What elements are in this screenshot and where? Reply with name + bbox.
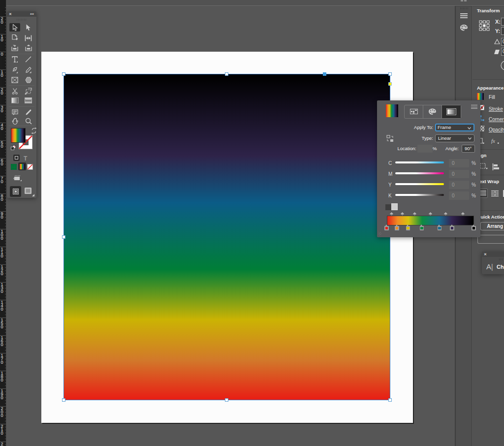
svg-text:fx: fx	[491, 138, 495, 144]
